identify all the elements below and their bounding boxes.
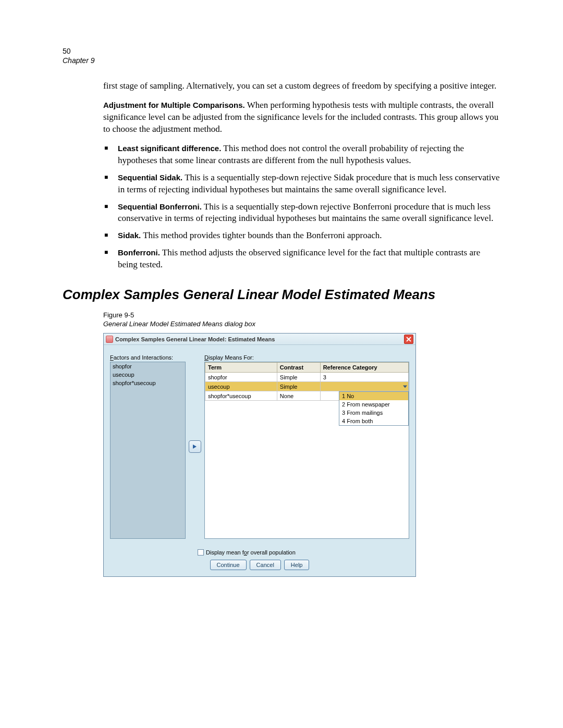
figure-label: Figure 9-5: [103, 311, 500, 319]
table-row[interactable]: shopfor Simple 3: [205, 373, 409, 382]
bullet-bonferroni: Bonferroni. This method adjusts the obse…: [103, 247, 500, 271]
adjustment-lead-bold: Adjustment for Multiple Comparisons.: [103, 101, 245, 109]
move-right-button[interactable]: [189, 440, 201, 453]
app-icon: [106, 336, 113, 343]
close-icon: [406, 337, 411, 342]
checkbox-icon[interactable]: [198, 549, 204, 556]
arrow-right-icon: [192, 443, 198, 450]
bullet-seq-sidak: Sequential Sidak. This is a sequentially…: [103, 172, 500, 196]
dialog-title: Complex Samples General Linear Model: Es…: [115, 336, 275, 342]
overall-population-checkbox-row[interactable]: Display mean for overall population: [198, 549, 415, 556]
cancel-button[interactable]: Cancel: [250, 560, 281, 570]
continue-button[interactable]: Continue: [210, 560, 247, 570]
help-button[interactable]: Help: [284, 560, 310, 570]
factors-label: Factors and Interactions:: [110, 354, 186, 361]
svg-marker-2: [193, 445, 197, 449]
methods-list: Least significant difference. This metho…: [103, 143, 500, 271]
chapter-label: Chapter 9: [63, 56, 500, 65]
chevron-down-icon: [403, 385, 407, 388]
titlebar: Complex Samples General Linear Model: Es…: [104, 334, 415, 345]
figure-caption: General Linear Model Estimated Means dia…: [103, 320, 500, 328]
dropdown-option[interactable]: 2 From newspaper: [339, 400, 408, 409]
overall-population-label: Display mean for overall population: [206, 549, 296, 556]
ref-category-menu[interactable]: 1 No 2 From newspaper 3 From mailings 4 …: [339, 391, 409, 426]
bullet-seq-bonferroni: Sequential Bonferroni. This is a sequent…: [103, 201, 500, 225]
page-number: 50: [63, 47, 500, 55]
list-item[interactable]: shopfor: [111, 362, 185, 371]
list-item[interactable]: shopfor*usecoup: [111, 379, 185, 387]
col-ref-category: Reference Category: [320, 363, 408, 373]
dropdown-option[interactable]: 4 From both: [339, 417, 408, 425]
adjustment-paragraph: Adjustment for Multiple Comparisons. Whe…: [103, 100, 500, 135]
list-item[interactable]: usecoup: [111, 371, 185, 379]
display-means-table-wrap: Term Contrast Reference Category shopfor…: [204, 362, 409, 539]
col-contrast: Contrast: [277, 363, 320, 373]
dropdown-option[interactable]: 3 From mailings: [339, 409, 408, 417]
bullet-lsd: Least significant difference. This metho…: [103, 143, 500, 167]
section-heading: Complex Samples General Linear Model Est…: [63, 287, 500, 303]
intro-paragraph: first stage of sampling. Alternatively, …: [103, 80, 500, 92]
display-means-label: Display Means For:: [204, 354, 409, 361]
bullet-sidak: Sidak. This method provides tighter boun…: [103, 230, 500, 242]
table-row[interactable]: usecoup Simple: [205, 382, 409, 391]
ref-category-dropdown[interactable]: [320, 382, 408, 391]
col-term: Term: [205, 363, 277, 373]
factors-listbox[interactable]: shopfor usecoup shopfor*usecoup: [110, 362, 186, 539]
dropdown-option[interactable]: 1 No: [339, 392, 408, 400]
dialog-button-row: Continue Cancel Help: [104, 560, 415, 576]
close-button[interactable]: [404, 335, 413, 344]
estimated-means-dialog: Complex Samples General Linear Model: Es…: [103, 333, 416, 577]
